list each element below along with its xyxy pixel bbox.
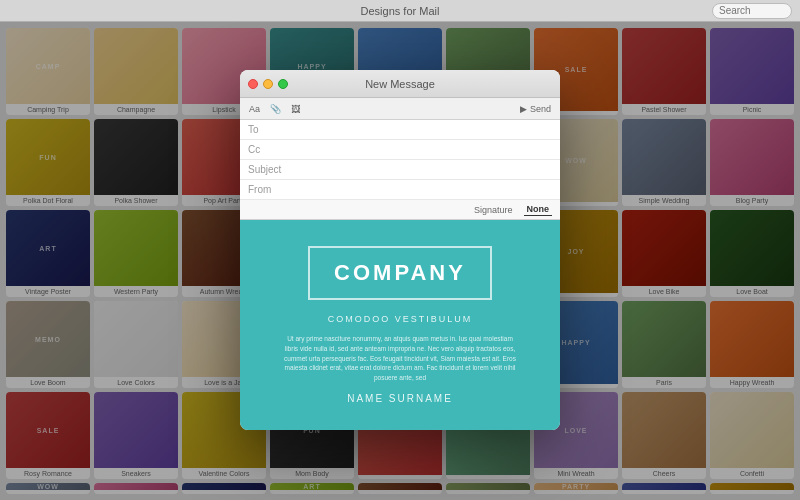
compose-title: New Message	[248, 78, 552, 90]
compose-fields: To Cc Subject From	[240, 120, 560, 200]
tab-none[interactable]: None	[524, 203, 553, 216]
modal-overlay: New Message Aa 📎 🖼 ▶ Send To Cc Subject	[0, 0, 800, 500]
signature-name: NAME SURNAME	[347, 393, 453, 404]
maximize-button[interactable]	[278, 79, 288, 89]
search-input[interactable]	[712, 3, 792, 19]
to-field: To	[240, 120, 560, 140]
cc-field: Cc	[240, 140, 560, 160]
company-name: COMPANY	[334, 260, 466, 286]
send-button[interactable]: ▶ Send	[517, 103, 554, 115]
tab-signature[interactable]: Signature	[471, 204, 516, 216]
compose-signature-tabs: Signature None	[240, 200, 560, 220]
compose-window: New Message Aa 📎 🖼 ▶ Send To Cc Subject	[240, 70, 560, 430]
subject-label: Subject	[248, 164, 288, 175]
signature-subtitle: COMODOO VESTIBULUM	[328, 314, 473, 324]
company-box: COMPANY	[308, 246, 492, 300]
title-bar: Designs for Mail	[0, 0, 800, 22]
signature-body: Ut ary prime nasciture nonummy, an atqui…	[280, 334, 520, 383]
photo-button[interactable]: 🖼	[288, 103, 303, 115]
search-container[interactable]	[712, 3, 792, 19]
close-button[interactable]	[248, 79, 258, 89]
app-title: Designs for Mail	[361, 5, 440, 17]
attach-button[interactable]: 📎	[267, 103, 284, 115]
compose-titlebar: New Message	[240, 70, 560, 98]
signature-preview: COMPANY COMODOO VESTIBULUM Ut ary prime …	[240, 220, 560, 430]
from-label: From	[248, 184, 288, 195]
traffic-lights	[248, 79, 288, 89]
minimize-button[interactable]	[263, 79, 273, 89]
cc-label: Cc	[248, 144, 288, 155]
to-label: To	[248, 124, 288, 135]
subject-field: Subject	[240, 160, 560, 180]
from-field: From	[240, 180, 560, 200]
format-button[interactable]: Aa	[246, 103, 263, 115]
compose-toolbar: Aa 📎 🖼 ▶ Send	[240, 98, 560, 120]
